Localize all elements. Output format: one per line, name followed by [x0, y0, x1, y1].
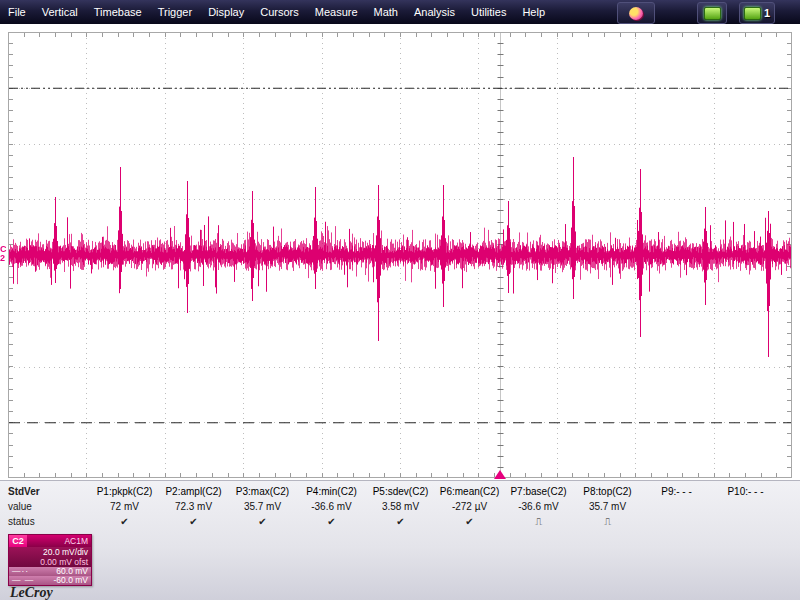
- channel-axis-label: C2: [0, 245, 9, 263]
- menu-bar: File Vertical Timebase Trigger Display C…: [0, 0, 800, 24]
- menu-item[interactable]: Vertical: [34, 0, 86, 24]
- measurement-value: 35.7 mV: [228, 499, 297, 514]
- measurement-label: P6:mean(C2): [435, 484, 504, 499]
- toolbar-display-button[interactable]: [697, 2, 727, 24]
- measurement-value: -36.6 mV: [504, 499, 573, 514]
- measurement-status-icon: ⎍: [573, 514, 642, 529]
- measurement-status-icon: ✔: [366, 514, 435, 529]
- measurement-status-icon: [642, 514, 711, 529]
- channel-2-descriptor-box[interactable]: C2 AC1M 20.0 mV/div 0.00 mV ofst —·· 60.…: [8, 534, 92, 586]
- measurement-label: P3:max(C2): [228, 484, 297, 499]
- channel-scale: 20.0 mV/div: [9, 547, 88, 557]
- measurement-value: [711, 499, 780, 514]
- measurement-label: P7:base(C2): [504, 484, 573, 499]
- channel-descriptor-header: C2 AC1M: [9, 535, 91, 547]
- measurement-column[interactable]: P10:- - -: [711, 484, 780, 529]
- measurement-column[interactable]: P6:mean(C2) -272 µV ✔: [435, 484, 504, 529]
- measurement-column[interactable]: P7:base(C2) -36.6 mV ⎍: [504, 484, 573, 529]
- measurement-value: 35.7 mV: [573, 499, 642, 514]
- measurement-column[interactable]: P8:top(C2) 35.7 mV ⎍: [573, 484, 642, 529]
- measurement-status-icon: ✔: [228, 514, 297, 529]
- menu-item[interactable]: File: [0, 0, 34, 24]
- display-screen-icon: [704, 7, 721, 20]
- measure-table-name: StdVer: [8, 484, 90, 499]
- menu-item[interactable]: Cursors: [252, 0, 307, 24]
- app-icon: [629, 7, 643, 20]
- measurement-column[interactable]: P4:min(C2) -36.6 mV ✔: [297, 484, 366, 529]
- measurement-label: P8:top(C2): [573, 484, 642, 499]
- menu-items: File Vertical Timebase Trigger Display C…: [0, 0, 553, 24]
- measurement-row-headers: StdVer value status: [8, 484, 90, 529]
- menu-item[interactable]: Analysis: [406, 0, 463, 24]
- lecroy-logo: LeCroy: [10, 585, 53, 600]
- measurement-column[interactable]: P5:sdev(C2) 3.58 mV ✔: [366, 484, 435, 529]
- channel-coupling: AC1M: [27, 535, 91, 547]
- measurement-label: P4:min(C2): [297, 484, 366, 499]
- menu-item[interactable]: Math: [366, 0, 406, 24]
- channel-name: C2: [9, 535, 27, 547]
- measurement-status-icon: ✔: [159, 514, 228, 529]
- measurement-label: P1:pkpk(C2): [90, 484, 159, 499]
- row-label-value: value: [8, 499, 90, 514]
- measurement-status-icon: ✔: [297, 514, 366, 529]
- measurement-column[interactable]: P9:- - -: [642, 484, 711, 529]
- measurement-value: 72.3 mV: [159, 499, 228, 514]
- measurement-column[interactable]: P2:ampl(C2) 72.3 mV ✔: [159, 484, 228, 529]
- menu-item[interactable]: Measure: [307, 0, 366, 24]
- menu-item[interactable]: Utilities: [463, 0, 514, 24]
- measurement-column[interactable]: P3:max(C2) 35.7 mV ✔: [228, 484, 297, 529]
- waveform-display-area[interactable]: [8, 32, 792, 478]
- channel-1-screen-icon: [744, 7, 761, 20]
- measurement-value: [642, 499, 711, 514]
- measurement-status-icon: ✔: [435, 514, 504, 529]
- channel-1-badge: 1: [764, 7, 770, 19]
- trigger-position-marker[interactable]: [494, 470, 506, 479]
- lower-level-dash-icon: — —: [12, 576, 34, 585]
- measurement-status-icon: ⎍: [504, 514, 573, 529]
- measurement-label: P5:sdev(C2): [366, 484, 435, 499]
- measurement-value: -36.6 mV: [297, 499, 366, 514]
- measurement-value: 72 mV: [90, 499, 159, 514]
- measurement-label: P2:ampl(C2): [159, 484, 228, 499]
- measurement-status-icon: ✔: [90, 514, 159, 529]
- toolbar-app-button[interactable]: [617, 2, 655, 24]
- toolbar-channel1-button[interactable]: 1: [739, 2, 775, 24]
- row-label-status: status: [8, 514, 90, 529]
- measurement-table: P1:pkpk(C2) 72 mV ✔ P2:ampl(C2) 72.3 mV …: [90, 484, 780, 529]
- menu-item[interactable]: Timebase: [86, 0, 150, 24]
- waveform-canvas[interactable]: [8, 32, 792, 478]
- measurement-value: 3.58 mV: [366, 499, 435, 514]
- menu-item[interactable]: Trigger: [150, 0, 200, 24]
- lower-level-value: -60.0 mV: [54, 576, 89, 585]
- measurement-label: P9:- - -: [642, 484, 711, 499]
- channel-descriptor-body: 20.0 mV/div 0.00 mV ofst: [9, 547, 91, 567]
- measurement-value: -272 µV: [435, 499, 504, 514]
- measurement-status-icon: [711, 514, 780, 529]
- menu-item[interactable]: Help: [514, 0, 553, 24]
- bottom-panel: StdVer value status P1:pkpk(C2) 72 mV ✔ …: [0, 480, 800, 600]
- measurement-label: P10:- - -: [711, 484, 780, 499]
- menu-item[interactable]: Display: [200, 0, 252, 24]
- channel-lower-level-row: — — -60.0 mV: [9, 576, 91, 585]
- measurement-column[interactable]: P1:pkpk(C2) 72 mV ✔: [90, 484, 159, 529]
